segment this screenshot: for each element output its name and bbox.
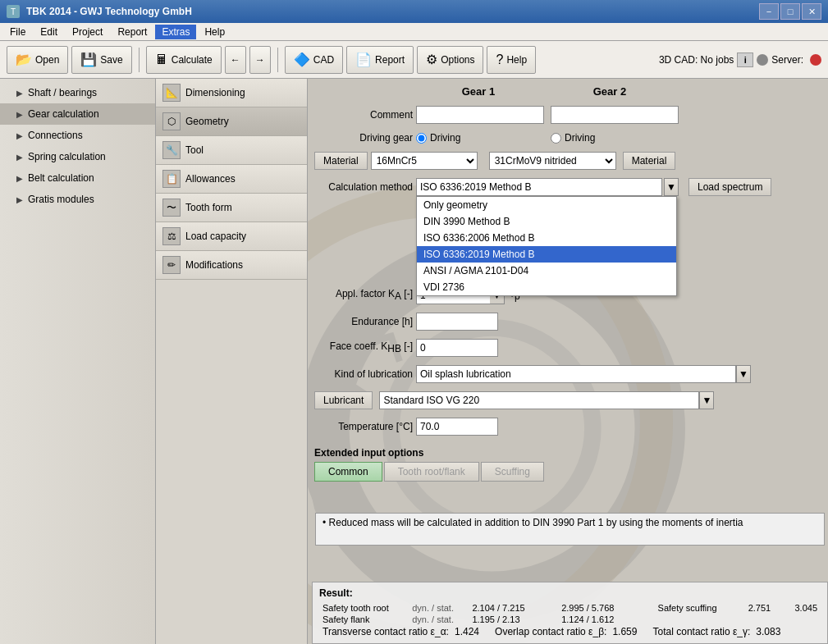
lubricant-button[interactable]: Lubricant: [314, 391, 373, 409]
option-iso6336-2006[interactable]: ISO 6336:2006 Method B: [417, 230, 676, 246]
redo-button[interactable]: →: [249, 46, 271, 74]
calc-method-label: Calculation method: [314, 181, 413, 193]
menu-extras[interactable]: Extras: [155, 25, 196, 39]
dimensioning-icon: 📐: [162, 84, 181, 102]
sidebar-arrow-shaft: ▶: [16, 89, 23, 98]
panel-btn-load-capacity[interactable]: ⚖ Load capacity: [156, 222, 307, 251]
sidebar: ▶ Shaft / bearings ▶ Gear calculation ▶ …: [0, 79, 156, 644]
panel-btn-dimensioning[interactable]: 📐 Dimensioning: [156, 79, 307, 107]
transverse-value: 1.424: [455, 626, 479, 637]
results-table: Safety tooth root dyn. / stat. 2.104 / 7…: [319, 602, 821, 638]
maximize-button[interactable]: □: [780, 3, 800, 20]
calculation-method-row: Calculation method ISO 6336:2019 Method …: [314, 178, 821, 196]
driving-gear2-radio-group: Driving: [551, 132, 679, 144]
calc-method-field[interactable]: ISO 6336:2019 Method B: [416, 178, 662, 196]
calculate-button[interactable]: 🖩 Calculate: [146, 46, 222, 74]
temperature-input[interactable]: 70.0: [416, 418, 498, 436]
toolbar-sep-2: [277, 48, 278, 72]
modifications-label: Modifications: [185, 259, 243, 271]
sidebar-item-belt[interactable]: ▶ Belt calculation: [0, 167, 155, 189]
lubrication-input[interactable]: Oil splash lubrication: [416, 365, 736, 383]
face-coeff-label: Face coeff. KHB [-]: [314, 340, 413, 354]
content-inner: 📐 Dimensioning ⬡ Geometry 🔧 Tool 📋 Allow…: [156, 79, 828, 644]
cad-status-area: 3D CAD: No jobs i Server:: [659, 53, 821, 67]
ext-btn-tooth-root[interactable]: Tooth root/flank: [384, 462, 479, 482]
option-din3990[interactable]: DIN 3990 Method B: [417, 213, 676, 230]
ext-btn-common[interactable]: Common: [314, 462, 382, 482]
report-button[interactable]: 📄 Report: [346, 46, 414, 74]
calc-method-dropdown[interactable]: ISO 6336:2019 Method B ▼ Only geometry D…: [416, 178, 679, 196]
driving-gear2-radio[interactable]: [551, 133, 561, 144]
driving-gear-row: Driving gear Driving Driving: [314, 132, 821, 144]
sidebar-item-shaft-bearings[interactable]: ▶ Shaft / bearings: [0, 82, 155, 103]
menu-project[interactable]: Project: [66, 25, 109, 39]
sidebar-arrow-gratis: ▶: [16, 195, 23, 204]
driving-gear1-radio-label: Driving: [430, 132, 460, 144]
overlap-value: 1.659: [612, 626, 637, 637]
help-button[interactable]: ? Help: [487, 46, 536, 74]
result-scuffing-integral: 2.751: [745, 602, 792, 614]
options-label: Options: [441, 54, 474, 66]
sidebar-item-gear-calculation[interactable]: ▶ Gear calculation: [0, 103, 155, 125]
lubrication-arrow[interactable]: ▼: [736, 365, 751, 383]
toolbar-sep-1: [139, 48, 140, 72]
title-bar-left: T TBK 2014 - GWJ Technology GmbH: [7, 5, 192, 18]
lubricant-row: Lubricant Standard ISO VG 220 ▼: [314, 391, 821, 409]
load-spectrum-button[interactable]: Load spectrum: [688, 178, 771, 196]
menu-report[interactable]: Report: [111, 25, 153, 39]
option-ansi-agma[interactable]: ANSI / AGMA 2101-D04: [417, 263, 676, 279]
gear2-header: Gear 2: [544, 85, 675, 98]
menu-help[interactable]: Help: [198, 25, 231, 39]
sidebar-label-belt: Belt calculation: [28, 172, 94, 184]
face-coeff-input[interactable]: [416, 339, 498, 357]
transverse-label: Transverse contact ratio ε_α:: [323, 626, 449, 637]
sidebar-item-spring[interactable]: ▶ Spring calculation: [0, 146, 155, 167]
app-icon: T: [7, 5, 20, 18]
options-button[interactable]: ⚙ Options: [417, 46, 483, 74]
left-panel: 📐 Dimensioning ⬡ Geometry 🔧 Tool 📋 Allow…: [156, 79, 308, 644]
undo-button[interactable]: ←: [225, 46, 246, 74]
calculate-label: Calculate: [172, 54, 213, 66]
material-label-button[interactable]: Material: [314, 152, 368, 170]
calc-method-options: Only geometry DIN 3990 Method B ISO 6336…: [416, 196, 677, 296]
calc-method-arrow[interactable]: ▼: [664, 178, 679, 196]
lubricant-input[interactable]: Standard ISO VG 220: [379, 391, 699, 409]
endurance-input[interactable]: [416, 313, 498, 331]
comment-gear1-input[interactable]: [416, 106, 544, 124]
sidebar-label-spring: Spring calculation: [28, 151, 106, 162]
results-panel: Result: Safety tooth root dyn. / stat. 2…: [312, 582, 828, 644]
panel-btn-allowances[interactable]: 📋 Allowances: [156, 165, 307, 194]
result-flank-sublabel: dyn. / stat.: [409, 614, 469, 625]
window-controls[interactable]: − □ ✕: [759, 3, 821, 20]
option-only-geometry[interactable]: Only geometry: [417, 197, 676, 213]
lubricant-arrow[interactable]: ▼: [699, 391, 714, 409]
calculate-icon: 🖩: [155, 53, 168, 67]
ext-btn-scuffing[interactable]: Scuffing: [481, 462, 544, 482]
driving-gear1-radio[interactable]: [416, 133, 427, 144]
material-gear1-select[interactable]: 16MnCr5 20MnCr5 42CrMo4: [371, 152, 478, 170]
sidebar-item-connections[interactable]: ▶ Connections: [0, 125, 155, 146]
option-iso6336-2019[interactable]: ISO 6336:2019 Method B: [417, 246, 676, 263]
material-button[interactable]: Material: [623, 152, 676, 170]
result-tooth-root-label: Safety tooth root: [319, 602, 409, 614]
panel-btn-geometry[interactable]: ⬡ Geometry: [156, 107, 307, 136]
panel-btn-tool[interactable]: 🔧 Tool: [156, 136, 307, 165]
open-button[interactable]: 📂 Open: [7, 46, 68, 74]
info-button[interactable]: i: [737, 53, 753, 67]
close-button[interactable]: ✕: [802, 3, 821, 20]
material-gear2-select[interactable]: 31CrMoV9 nitrided 16MnCr5: [489, 152, 616, 170]
undo-icon: ←: [231, 54, 240, 66]
save-button[interactable]: 💾 Save: [71, 46, 131, 74]
redo-icon: →: [255, 54, 265, 66]
menu-file[interactable]: File: [3, 25, 32, 39]
driving-gear1-radio-group: Driving: [416, 132, 544, 144]
comment-gear2-input[interactable]: [551, 106, 679, 124]
option-vdi2736[interactable]: VDI 2736: [417, 279, 676, 295]
panel-btn-modifications[interactable]: ✏ Modifications: [156, 251, 307, 280]
cad-button[interactable]: 🔷 CAD: [285, 46, 343, 74]
minimize-button[interactable]: −: [759, 3, 779, 20]
panel-btn-tooth-form[interactable]: 〜 Tooth form: [156, 194, 307, 222]
driving-gear2-radio-label: Driving: [565, 132, 595, 144]
sidebar-item-gratis[interactable]: ▶ Gratis modules: [0, 189, 155, 210]
menu-edit[interactable]: Edit: [34, 25, 64, 39]
